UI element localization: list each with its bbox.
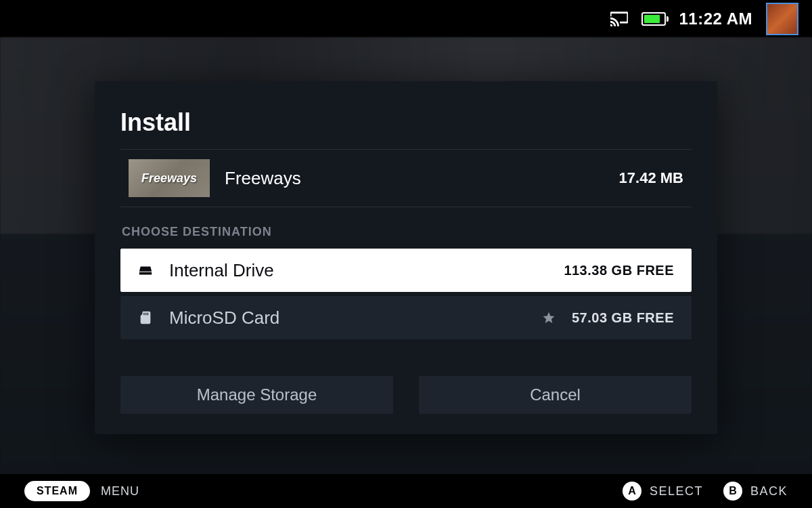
hint-select: A SELECT: [623, 482, 703, 501]
destination-internal-drive[interactable]: Internal Drive 113.38 GB FREE: [120, 249, 692, 292]
clock: 11:22 AM: [679, 9, 752, 28]
dialog-title: Install: [120, 108, 692, 137]
b-button-icon: B: [723, 482, 742, 501]
hint-label: SELECT: [650, 484, 703, 499]
manage-storage-button[interactable]: Manage Storage: [120, 376, 393, 414]
top-status-bar: 11:22 AM: [0, 0, 812, 37]
avatar[interactable]: [766, 3, 798, 35]
bottom-hint-bar: STEAM MENU A SELECT B BACK: [0, 474, 812, 508]
destination-microsd-card[interactable]: MicroSD Card 57.03 GB FREE: [120, 296, 692, 339]
game-row: Freeways Freeways 17.42 MB: [120, 150, 692, 207]
a-button-icon: A: [623, 482, 641, 501]
battery-icon: [641, 12, 666, 26]
choose-destination-label: CHOOSE DESTINATION: [122, 225, 692, 239]
cast-icon: [610, 12, 628, 26]
destination-name: Internal Drive: [169, 260, 547, 281]
star-icon: [542, 311, 556, 324]
internal-drive-icon: [138, 263, 153, 278]
game-thumbnail: Freeways: [129, 159, 210, 197]
hint-label: BACK: [750, 484, 788, 499]
destination-free-space: 57.03 GB FREE: [572, 310, 674, 326]
game-name: Freeways: [225, 168, 604, 189]
install-dialog: Install Freeways Freeways 17.42 MB CHOOS…: [95, 81, 717, 434]
destination-free-space: 113.38 GB FREE: [564, 263, 674, 278]
sd-card-icon: [138, 310, 153, 325]
menu-label: MENU: [101, 484, 139, 499]
destination-name: MicroSD Card: [169, 308, 526, 329]
hint-back: B BACK: [723, 482, 788, 501]
steam-button[interactable]: STEAM: [24, 481, 90, 501]
cancel-button[interactable]: Cancel: [419, 376, 692, 414]
game-size: 17.42 MB: [619, 169, 683, 187]
